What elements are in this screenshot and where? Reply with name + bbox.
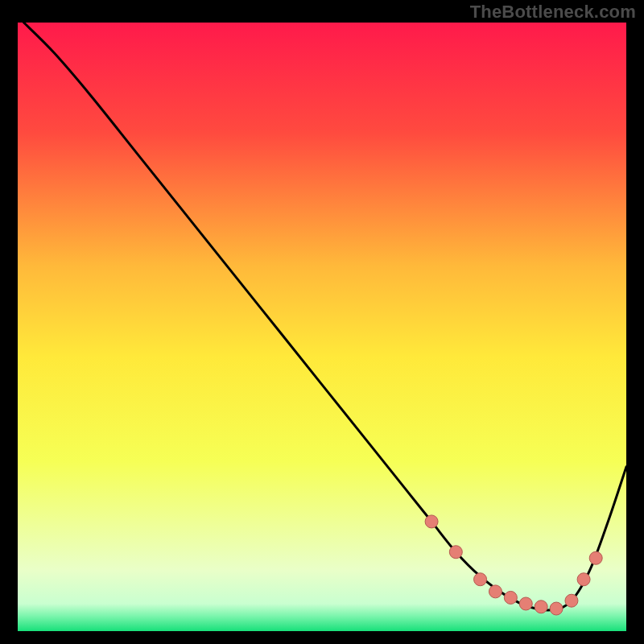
highlight-dot xyxy=(425,515,438,528)
chart-svg xyxy=(18,23,626,631)
highlight-dot xyxy=(535,601,547,613)
highlight-dot xyxy=(577,573,590,586)
highlight-dot xyxy=(550,602,563,615)
highlight-dot xyxy=(474,573,487,586)
highlight-dot xyxy=(504,591,517,604)
plot-area xyxy=(18,23,626,631)
gradient-background xyxy=(18,23,626,631)
watermark-text: TheBottleneck.com xyxy=(470,2,636,23)
highlight-dot xyxy=(489,585,502,598)
chart-stage: TheBottleneck.com xyxy=(0,0,644,644)
highlight-dot xyxy=(449,546,462,559)
highlight-dot xyxy=(589,551,602,564)
highlight-dot xyxy=(565,594,578,607)
highlight-dot xyxy=(519,597,532,610)
